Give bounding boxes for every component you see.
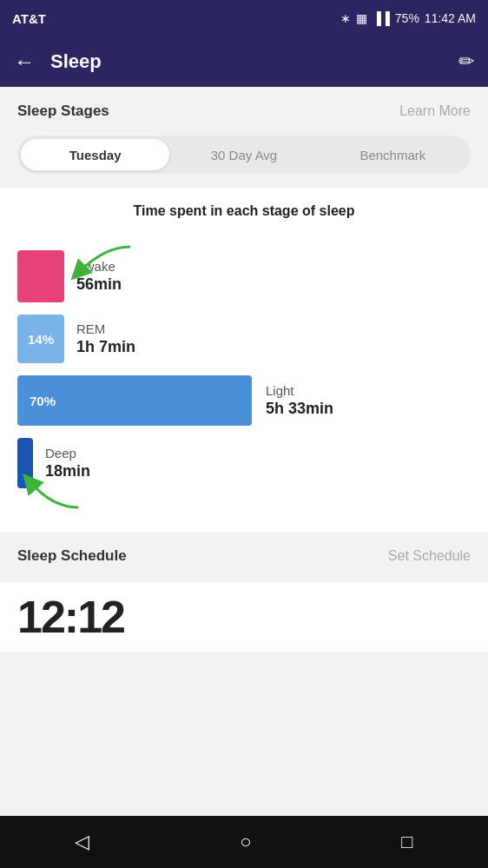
rem-row: 14% REM 1h 7min xyxy=(17,315,471,363)
tab-tuesday[interactable]: Tuesday xyxy=(21,139,169,170)
learn-more-link[interactable]: Learn More xyxy=(399,103,471,119)
rem-time: 1h 7min xyxy=(76,338,135,356)
rem-info: REM 1h 7min xyxy=(76,321,135,356)
edit-button[interactable]: ✏ xyxy=(458,50,474,73)
nav-back-button[interactable]: ◁ xyxy=(75,831,89,853)
light-info: Light 5h 33min xyxy=(266,383,333,418)
sleep-schedule-section: Sleep Schedule Set Schedule xyxy=(0,532,488,582)
back-button[interactable]: ← xyxy=(14,50,35,74)
signal-icon: ▐▐ xyxy=(373,11,390,25)
bottom-navigation: ◁ ○ □ xyxy=(0,816,488,868)
set-schedule-link[interactable]: Set Schedule xyxy=(388,548,471,564)
status-right: ∗ ▦ ▐▐ 75% 11:42 AM xyxy=(340,11,476,25)
time-label: 11:42 AM xyxy=(425,11,476,25)
status-bar: AT&T ∗ ▦ ▐▐ 75% 11:42 AM xyxy=(0,0,488,36)
schedule-header: Sleep Schedule Set Schedule xyxy=(17,547,471,565)
arrow-top-icon xyxy=(52,238,156,282)
light-time: 5h 33min xyxy=(266,400,333,418)
carrier-label: AT&T xyxy=(12,11,46,26)
chart-subtitle: Time spent in each stage of sleep xyxy=(17,203,471,219)
sleep-stages-header: Sleep Stages Learn More xyxy=(0,87,488,129)
chart-wrapper: Awake 56min 14% REM 1h 7min xyxy=(17,250,471,523)
light-label: Light xyxy=(266,383,333,398)
main-content: Sleep Stages Learn More Tuesday 30 Day A… xyxy=(0,87,488,652)
arrow-bottom-icon xyxy=(17,464,96,512)
chart-area: Time spent in each stage of sleep xyxy=(0,188,488,532)
schedule-time-display: 12:12 xyxy=(0,582,488,652)
tab-30day[interactable]: 30 Day Avg xyxy=(169,139,318,170)
app-header: ← Sleep ✏ xyxy=(0,36,488,87)
light-row: 70% Light 5h 33min xyxy=(17,375,471,426)
page-title: Sleep xyxy=(50,50,458,73)
nav-home-button[interactable]: ○ xyxy=(240,831,251,853)
schedule-title: Sleep Schedule xyxy=(17,547,127,565)
sleep-stages-title: Sleep Stages xyxy=(17,103,109,120)
rem-pct: 14% xyxy=(28,332,54,347)
bluetooth-icon: ∗ xyxy=(340,11,351,25)
light-bar: 70% xyxy=(17,375,252,426)
wifi-icon: ▦ xyxy=(356,11,367,25)
schedule-time-value: 12:12 xyxy=(17,592,124,642)
rem-label: REM xyxy=(76,321,135,336)
deep-label: Deep xyxy=(45,446,90,461)
light-pct: 70% xyxy=(30,394,56,408)
battery-label: 75% xyxy=(395,11,419,25)
rem-bar: 14% xyxy=(17,315,64,363)
nav-recent-button[interactable]: □ xyxy=(401,831,412,853)
tabs-container: Tuesday 30 Day Avg Benchmark xyxy=(17,136,471,174)
tab-benchmark[interactable]: Benchmark xyxy=(319,139,467,170)
